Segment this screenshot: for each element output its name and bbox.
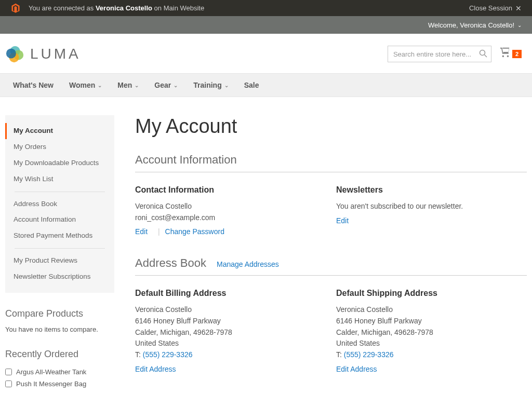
cart-icon [499,47,511,61]
close-session-button[interactable]: Close Session✕ [469,4,522,12]
recent-item-label: Argus All-Weather Tank [16,368,86,376]
page-title: My Account [135,115,527,138]
billing-phone-link[interactable]: (555) 229-3326 [143,350,193,359]
nav-item[interactable]: Women⌄ [61,74,110,97]
magento-icon [10,3,21,13]
address-book-heading: Address Book Manage Addresses [135,256,527,270]
shipping-title: Default Shipping Address [336,289,527,298]
change-password-link[interactable]: Change Password [165,227,224,236]
chevron-down-icon: ⌄ [224,83,229,88]
account-nav: My AccountMy OrdersMy Downloadable Produ… [5,115,114,293]
welcome-dropdown[interactable]: Welcome, Veronica Costello! ⌄ [428,21,522,29]
chevron-down-icon: ⌄ [174,83,178,88]
close-icon: ✕ [515,4,522,12]
account-nav-item[interactable]: Stored Payment Methods [5,228,114,244]
admin-connected-text: You are connected as Veronica Costello o… [29,4,204,12]
billing-address-box: Default Billing Address Veronica Costell… [135,289,326,373]
account-nav-item[interactable]: My Orders [5,139,114,155]
chevron-down-icon: ⌄ [98,83,102,88]
nav-item[interactable]: Gear⌄ [147,74,185,97]
recent-item-checkbox[interactable] [5,369,12,375]
billing-edit-link[interactable]: Edit Address [135,365,176,373]
shipping-address-box: Default Shipping Address Veronica Costel… [336,289,527,373]
admin-bar: You are connected as Veronica Costello o… [0,0,532,16]
account-nav-item[interactable]: My Product Reviews [5,253,114,269]
recently-ordered-block: Recently Ordered Argus All-Weather TankP… [5,349,114,394]
svg-point-3 [6,49,16,59]
account-nav-item[interactable]: Account Information [5,212,114,228]
account-nav-item[interactable]: My Account [5,123,114,139]
nav-item[interactable]: Men⌄ [110,74,147,97]
search-box [388,46,491,62]
account-info-heading: Account Information [135,153,527,167]
logo-text: LUMA [30,46,81,62]
main-content: My Account Account Information Contact I… [114,115,527,394]
header: LUMA 2 [0,34,532,73]
contact-edit-link[interactable]: Edit [135,227,148,236]
cart-button[interactable]: 2 [499,47,522,61]
welcome-bar: Welcome, Veronica Costello! ⌄ [0,16,532,34]
newsletters-msg: You aren't subscribed to our newsletter. [336,201,527,212]
svg-point-4 [480,50,485,56]
sidebar: My AccountMy OrdersMy Downloadable Produ… [5,115,114,394]
account-nav-item[interactable]: Address Book [5,196,114,212]
recent-item[interactable]: Argus All-Weather Tank [5,366,114,378]
newsletters-edit-link[interactable]: Edit [336,216,349,225]
compare-title: Compare Products [5,308,114,319]
account-nav-item[interactable]: My Wish List [5,171,114,187]
manage-addresses-link[interactable]: Manage Addresses [217,260,279,268]
contact-email: roni_cost@example.com [135,212,326,224]
contact-info-title: Contact Information [135,185,326,195]
logo[interactable]: LUMA [5,44,81,64]
chevron-down-icon: ⌄ [517,22,522,28]
chevron-down-icon: ⌄ [135,83,139,88]
compare-empty-msg: You have no items to compare. [5,325,114,333]
account-nav-item[interactable]: Newsletter Subscriptions [5,269,114,285]
recent-item-checkbox[interactable] [5,381,12,387]
newsletters-box: Newsletters You aren't subscribed to our… [336,185,527,236]
account-nav-item[interactable]: My Downloadable Products [5,155,114,171]
cart-count-badge: 2 [512,50,522,58]
contact-name: Veronica Costello [135,201,326,212]
newsletters-title: Newsletters [336,185,527,195]
shipping-edit-link[interactable]: Edit Address [336,365,377,373]
svg-line-5 [484,55,487,58]
recently-ordered-title: Recently Ordered [5,349,114,360]
shipping-phone-link[interactable]: (555) 229-3326 [344,350,394,359]
nav-item[interactable]: Training⌄ [185,74,236,97]
luma-logo-icon [5,44,25,64]
search-input[interactable] [388,46,491,62]
compare-block: Compare Products You have no items to co… [5,308,114,333]
nav-item[interactable]: Sale [236,74,267,97]
recent-item[interactable]: Push It Messenger Bag [5,378,114,390]
nav-item[interactable]: What's New [5,74,61,97]
billing-title: Default Billing Address [135,289,326,298]
main-nav: What's NewWomen⌄Men⌄Gear⌄Training⌄Sale [0,73,532,97]
recent-item-label: Push It Messenger Bag [16,380,86,388]
search-icon[interactable] [479,49,487,59]
contact-info-box: Contact Information Veronica Costello ro… [135,185,326,236]
